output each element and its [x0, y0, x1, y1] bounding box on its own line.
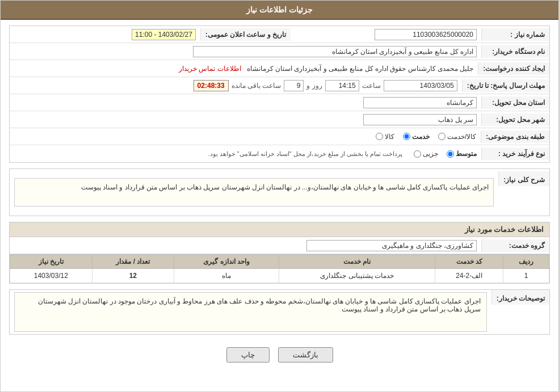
deadline-row: مهلت ارسال پاسخ: تا تاریخ: 1403/03/05 سا… — [10, 77, 549, 94]
service-group-value: کشاورزی، جنگلداری و ماهیگیری — [10, 238, 481, 254]
buyer-notes-label: توصیحات خریدار: — [491, 290, 549, 305]
process-motavasset-label: متوسط — [456, 150, 477, 158]
category-kala-item: کالا — [376, 133, 394, 141]
request-number-label: شماره نیاز : — [481, 28, 549, 41]
buyer-notes-value: اجرای عملیات پاکسازی کامل شاسی ها و خیاب… — [10, 290, 491, 334]
description-row: شرح کلی نیاز: اجرای عملیات پاکسازی کامل … — [10, 169, 549, 216]
process-jozi-radio[interactable] — [414, 150, 421, 158]
city-row: شهر محل تحویل: سر پل ذهاب — [10, 111, 549, 128]
deadline-day-label: روز و — [306, 82, 322, 90]
deadline-days-field: 9 — [284, 80, 304, 91]
city-label: شهر محل تحویل: — [481, 113, 549, 126]
col-unit: واحد اندازه گیری — [174, 255, 279, 269]
creator-text: جلیل محمدی کارشناس حقوق اداره کل منابع ط… — [247, 65, 474, 73]
category-kala-khedmat-radio[interactable] — [438, 133, 445, 140]
buyer-notes-section: توصیحات خریدار: اجرای عملیات پاکسازی کام… — [9, 289, 550, 335]
deadline-remaining-field: 02:48:33 — [194, 80, 229, 91]
back-button[interactable]: بازگشت — [278, 347, 333, 363]
category-value: کالا خدمت کالا/خدمت — [10, 130, 481, 143]
page-title: جزئیات اطلاعات نیاز — [246, 5, 313, 14]
category-row: طبقه بندی موضوعی: کالا خدمت کالا/خدمت — [10, 128, 549, 145]
action-buttons: بازگشت چاپ — [9, 340, 550, 369]
org-name-field: اداره کل منابع طبیعی و آبخیزداری استان ک… — [193, 46, 477, 57]
col-code: کد خدمت — [435, 255, 503, 269]
creator-row: ایجاد کننده درخواست: جلیل محمدی کارشناس … — [10, 60, 549, 77]
creator-value: جلیل محمدی کارشناس حقوق اداره کل منابع ط… — [10, 62, 478, 75]
services-table: ردیف کد خدمت نام خدمت واحد اندازه گیری ت… — [10, 254, 549, 283]
process-note: پرداخت تمام یا بخشی از مبلغ خرید،از محل … — [208, 150, 402, 158]
main-form: شماره نیاز : 1103003625000020 تاریخ و سا… — [9, 26, 550, 163]
creator-link[interactable]: اطلاعات تماس خریدار — [179, 65, 241, 73]
category-khedmat-label: خدمت — [412, 133, 430, 141]
col-date: تاریخ نیاز — [10, 255, 93, 269]
col-quantity: تعداد / مقدار — [92, 255, 174, 269]
services-title: اطلاعات خدمات مورد نیاز — [10, 222, 549, 237]
province-label: استان محل تحویل: — [481, 96, 549, 109]
announcement-label: تاریخ و ساعت اعلان عمومی: — [200, 28, 291, 41]
service-group-field: کشاورزی، جنگلداری و ماهیگیری — [306, 240, 477, 251]
col-name: نام خدمت — [279, 255, 435, 269]
category-label: طبقه بندی موضوعی: — [481, 130, 549, 143]
process-row: نوع فرآیند خرید : جزیی متوسط — [10, 145, 549, 162]
service-group-label: گروه خدمت: — [481, 239, 549, 252]
creator-label: ایجاد کننده درخواست: — [478, 62, 549, 75]
category-kala-khedmat-label: کالا/خدمت — [447, 133, 476, 141]
cell-unit: ماه — [174, 269, 279, 283]
description-text: اجرای عملیات پاکسازی کامل شاسی ها و خیاب… — [14, 178, 494, 206]
category-kala-khedmat-item: کالا/خدمت — [438, 133, 476, 141]
org-name-row: نام دستگاه خریدار: اداره کل منابع طبیعی … — [10, 43, 549, 60]
service-group-row: گروه خدمت: کشاورزی، جنگلداری و ماهیگیری — [10, 237, 549, 254]
page-header: جزئیات اطلاعات نیاز — [1, 1, 558, 20]
process-motavasset-radio[interactable] — [447, 150, 454, 158]
cell-row: 1 — [503, 269, 549, 283]
cell-name: خدمات پشتیبانی جنگلداری — [279, 269, 435, 283]
city-value: سر پل ذهاب — [10, 112, 481, 128]
org-name-value: اداره کل منابع طبیعی و آبخیزداری استان ک… — [10, 44, 481, 60]
buyer-notes-text: اجرای عملیات پاکسازی کامل شاسی ها و خیاب… — [14, 292, 487, 332]
process-value: جزیی متوسط پرداخت تمام یا بخشی از مبلغ خ… — [10, 147, 481, 160]
process-motavasset-item: متوسط — [447, 150, 477, 158]
request-number-field: 1103003625000020 — [375, 29, 477, 40]
city-field: سر پل ذهاب — [363, 114, 477, 125]
category-khedmat-radio[interactable] — [403, 133, 410, 140]
cell-date: 1403/03/12 — [10, 269, 93, 283]
deadline-value: 1403/03/05 ساعت 14:15 روز و 9 ساعت باقی … — [10, 78, 462, 94]
category-khedmat-item: خدمت — [403, 133, 430, 141]
deadline-date-field: 1403/03/05 — [384, 80, 457, 91]
deadline-time-label: ساعت — [362, 82, 381, 90]
cell-quantity: 12 — [92, 269, 174, 283]
org-name-label: نام دستگاه خریدار: — [481, 45, 549, 58]
process-label: نوع فرآیند خرید : — [481, 147, 549, 160]
col-row: ردیف — [503, 255, 549, 269]
description-label: شرح کلی نیاز: — [498, 171, 549, 186]
deadline-label: مهلت ارسال پاسخ: تا تاریخ: — [462, 79, 549, 92]
cell-code: الف-2-24 — [435, 269, 503, 283]
announcement-value: 1403/02/27 - 11:00 — [10, 27, 200, 43]
table-row: 1 الف-2-24 خدمات پشتیبانی جنگلداری ماه 1… — [10, 269, 549, 283]
table-header-row: ردیف کد خدمت نام خدمت واحد اندازه گیری ت… — [10, 255, 549, 269]
province-row: استان محل تحویل: کرمانشاه — [10, 94, 549, 111]
buyer-notes-row: توصیحات خریدار: اجرای عملیات پاکسازی کام… — [10, 290, 549, 334]
process-jozi-label: جزیی — [423, 150, 438, 158]
process-jozi-item: جزیی — [414, 150, 438, 158]
description-value: اجرای عملیات پاکسازی کامل شاسی ها و خیاب… — [10, 171, 498, 213]
deadline-remaining-label: ساعت باقی مانده — [232, 82, 281, 90]
description-section: شرح کلی نیاز: اجرای عملیات پاکسازی کامل … — [9, 168, 550, 216]
deadline-time-field: 14:15 — [325, 80, 359, 91]
request-number-row: شماره نیاز : 1103003625000020 تاریخ و سا… — [10, 26, 549, 43]
province-field: کرمانشاه — [363, 97, 477, 108]
category-kala-radio[interactable] — [376, 133, 383, 140]
announcement-field: 1403/02/27 - 11:00 — [132, 29, 196, 40]
print-button[interactable]: چاپ — [226, 347, 270, 363]
request-number-value: 1103003625000020 — [291, 27, 481, 43]
category-kala-label: کالا — [385, 133, 394, 141]
services-section: اطلاعات خدمات مورد نیاز گروه خدمت: کشاور… — [9, 222, 550, 284]
province-value: کرمانشاه — [10, 95, 481, 111]
